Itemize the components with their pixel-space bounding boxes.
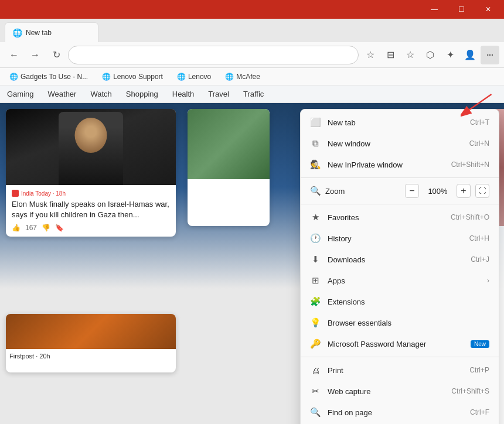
zoom-expand-button[interactable]: ⛶	[475, 184, 489, 198]
maximize-button[interactable]: ☐	[448, 0, 475, 19]
news-card-bottom[interactable]: Firstpost · 20h	[6, 314, 176, 372]
divider-1	[301, 177, 499, 178]
shortcut-favorites: Ctrl+Shift+O	[451, 213, 489, 221]
title-bar: — ☐ ✕	[0, 0, 504, 19]
shortcut-web-capture: Ctrl+Shift+S	[451, 387, 489, 395]
bookmark-lenovo-support[interactable]: 🌐 Lenovo Support	[97, 71, 168, 83]
news-card-elon[interactable]: India Today · 18h Elon Musk finally spea…	[6, 109, 176, 237]
menu-item-new-window[interactable]: ⧉ New window Ctrl+N	[301, 133, 499, 154]
toolbar-right: ☆ ⊟ ☆ ⬡ ✦ 👤 ···	[361, 46, 499, 64]
back-button[interactable]: ←	[5, 46, 23, 64]
nav-traffic[interactable]: Traffic	[242, 87, 265, 101]
new-window-icon: ⧉	[310, 138, 321, 149]
nav-weather[interactable]: Weather	[47, 87, 78, 101]
bookmark-gadgets[interactable]: 🌐 Gadgets To Use - N...	[5, 71, 93, 83]
forward-button[interactable]: →	[26, 46, 45, 64]
minimize-button[interactable]: —	[421, 0, 448, 19]
content-area: Gaming Weather Watch Shopping Health Tra…	[0, 86, 504, 424]
shortcut-downloads: Ctrl+J	[471, 255, 489, 264]
shortcut-history: Ctrl+H	[469, 234, 489, 242]
nav-shopping[interactable]: Shopping	[125, 87, 159, 101]
news-card-body: India Today · 18h Elon Musk finally spea…	[6, 185, 176, 237]
active-tab[interactable]: 🌐 New tab	[5, 22, 98, 42]
nav-health[interactable]: Health	[171, 87, 196, 101]
profile-button[interactable]: 👤	[461, 46, 479, 64]
zoom-value: 100%	[424, 187, 452, 196]
bookmark-reaction-icon: 🔖	[55, 224, 64, 232]
refresh-button[interactable]: ↻	[47, 46, 66, 64]
menu-label-new-window: New window	[328, 139, 462, 148]
zoom-decrease-button[interactable]: −	[405, 184, 419, 198]
menu-label-find: Find on page	[328, 408, 463, 417]
browser-essentials-icon: 💡	[310, 317, 321, 328]
nav-gaming[interactable]: Gaming	[6, 87, 35, 101]
print-icon: 🖨	[310, 365, 321, 375]
favorites-icon: ★	[310, 212, 321, 223]
history-icon: 🕐	[310, 233, 321, 244]
toolbar: ← → ↻ ☆ ⊟ ☆ ⬡ ✦ 👤 ···	[0, 42, 504, 68]
more-button[interactable]: ···	[481, 46, 499, 64]
bookmark-lenovo[interactable]: 🌐 Lenovo	[172, 71, 216, 83]
menu-item-browser-essentials[interactable]: 💡 Browser essentials	[301, 312, 499, 333]
bookmark-label: McAfee	[236, 73, 260, 81]
news-source: India Today · 18h	[12, 190, 170, 197]
bookmark-icon: 🌐	[9, 73, 18, 81]
menu-label-browser-essentials: Browser essentials	[328, 319, 489, 327]
shortcut-inprivate: Ctrl+Shift+N	[451, 160, 489, 169]
news-card-image	[6, 109, 176, 185]
close-button[interactable]: ✕	[475, 0, 502, 19]
news-title: Elon Musk finally speaks on Israel-Hamas…	[12, 199, 170, 220]
side-card[interactable]	[188, 109, 270, 226]
like-icon: 👍	[12, 224, 21, 232]
menu-item-history[interactable]: 🕐 History Ctrl+H	[301, 228, 499, 249]
shortcut-print: Ctrl+P	[469, 366, 489, 374]
split-button[interactable]: ⊟	[381, 46, 400, 64]
menu-label-downloads: Downloads	[328, 255, 464, 264]
favorites-button[interactable]: ☆	[401, 46, 420, 64]
menu-label-print: Print	[328, 366, 462, 375]
menu-item-apps[interactable]: ⊞ Apps ›	[301, 270, 499, 291]
address-bar[interactable]	[68, 46, 359, 64]
password-manager-icon: 🔑	[310, 338, 321, 349]
new-badge: New	[471, 340, 489, 348]
collections-button[interactable]: ⬡	[421, 46, 440, 64]
tab-icon: 🌐	[12, 28, 22, 37]
menu-item-print[interactable]: 🖨 Print Ctrl+P	[301, 360, 499, 381]
menu-item-favorites[interactable]: ★ Favorites Ctrl+Shift+O	[301, 207, 499, 228]
zoom-increase-button[interactable]: +	[457, 184, 471, 198]
menu-item-password-manager[interactable]: 🔑 Microsoft Password Manager New	[301, 333, 499, 354]
menu-item-new-tab[interactable]: ⬜ New tab Ctrl+T	[301, 112, 499, 133]
bookmark-mcafee[interactable]: 🌐 McAfee	[220, 71, 265, 83]
divider-3	[301, 357, 499, 357]
shortcut-find: Ctrl+F	[470, 408, 489, 416]
menu-label-password-manager: Microsoft Password Manager	[328, 340, 461, 348]
zoom-icon: 🔍	[310, 186, 321, 196]
find-icon: 🔍	[310, 407, 321, 418]
menu-item-web-capture[interactable]: ✂ Web capture Ctrl+Shift+S	[301, 381, 499, 402]
bookmark-icon: 🌐	[102, 73, 111, 81]
tab-label: New tab	[26, 29, 52, 37]
menu-item-extensions[interactable]: 🧩 Extensions	[301, 291, 499, 312]
side-card-image	[188, 109, 270, 179]
bookmark-label: Lenovo Support	[113, 73, 163, 81]
apps-icon: ⊞	[310, 275, 321, 286]
bookmark-label: Lenovo	[188, 73, 211, 81]
menu-label-new-tab: New tab	[328, 118, 463, 127]
star-button[interactable]: ☆	[361, 46, 380, 64]
zoom-control: 🔍 Zoom − 100% + ⛶	[301, 180, 499, 201]
news-card2-image	[6, 314, 176, 349]
copilot-button[interactable]: ✦	[441, 46, 459, 64]
extensions-icon: 🧩	[310, 296, 321, 307]
tab-bar: 🌐 New tab	[0, 19, 504, 42]
menu-label-apps: Apps	[328, 276, 480, 285]
menu-item-find[interactable]: 🔍 Find on page Ctrl+F	[301, 402, 499, 423]
nav-watch[interactable]: Watch	[89, 87, 113, 101]
nav-travel[interactable]: Travel	[207, 87, 230, 101]
dislike-icon: 👎	[42, 224, 50, 232]
shortcut-new-window: Ctrl+N	[469, 139, 489, 148]
divider-2	[301, 204, 499, 204]
bookmark-icon: 🌐	[225, 73, 234, 81]
menu-item-downloads[interactable]: ⬇ Downloads Ctrl+J	[301, 249, 499, 270]
shortcut-new-tab: Ctrl+T	[470, 118, 489, 126]
menu-item-inprivate[interactable]: 🕵 New InPrivate window Ctrl+Shift+N	[301, 154, 499, 175]
